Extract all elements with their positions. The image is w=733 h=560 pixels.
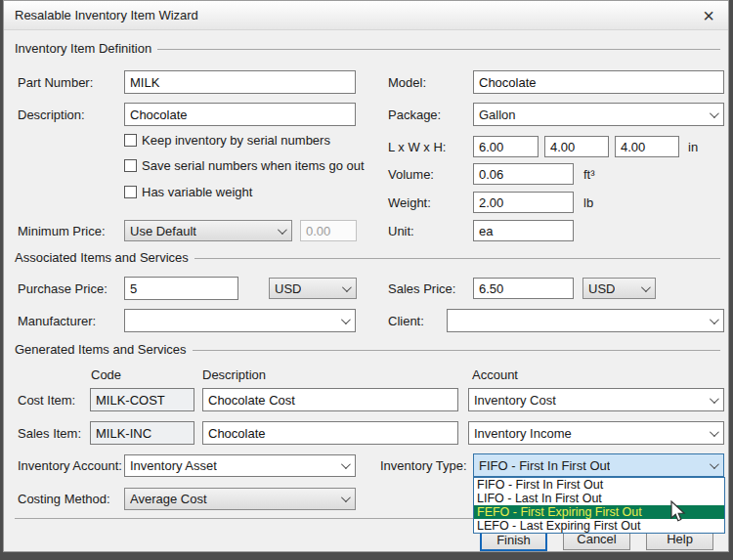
purchase-price-input[interactable] xyxy=(124,277,238,300)
sales-item-account-combobox[interactable]: Inventory Income xyxy=(468,421,724,445)
sales-currency-combobox[interactable]: USD xyxy=(582,278,656,299)
dropdown-option-fifo[interactable]: FIFO - First In First Out xyxy=(474,478,724,492)
keep-inventory-by-serial-numbers-row: Keep inventory by serial numbers xyxy=(124,133,330,148)
chevron-down-icon xyxy=(641,282,651,292)
section-title: Inventory Item Definition xyxy=(15,41,151,56)
cost-item-description-input[interactable] xyxy=(202,388,458,411)
mouse-cursor-icon xyxy=(668,500,689,524)
has-variable-weight-checkbox[interactable] xyxy=(124,186,137,198)
costing-method-combobox[interactable]: Average Cost xyxy=(124,488,356,510)
section-title: Associated Items and Services xyxy=(15,250,189,265)
resalable-inventory-item-wizard-dialog: Resalable Inventory Item Wizard × Invent… xyxy=(3,0,729,552)
account-column-header: Account xyxy=(472,367,518,382)
sales-item-code-input[interactable] xyxy=(90,421,194,445)
sales-item-label: Sales Item: xyxy=(18,421,81,445)
sales-price-label: Sales Price: xyxy=(388,277,455,300)
manufacturer-label: Manufacturer: xyxy=(18,309,96,332)
save-serial-numbers-label: Save serial numbers when items go out xyxy=(142,158,365,173)
section-divider xyxy=(157,49,720,50)
part-number-label: Part Number: xyxy=(18,70,93,94)
purchase-currency-combobox[interactable]: USD xyxy=(269,278,357,299)
has-variable-weight-row: Has variable weight xyxy=(124,185,252,199)
window-title: Resalable Inventory Item Wizard xyxy=(15,8,198,22)
minimum-price-combobox[interactable]: Use Default xyxy=(124,220,292,241)
close-icon[interactable]: × xyxy=(699,7,718,24)
part-number-input[interactable] xyxy=(124,70,356,94)
sales-item-account-value: Inventory Income xyxy=(474,426,572,441)
unit-input[interactable] xyxy=(473,220,574,241)
manufacturer-combobox[interactable] xyxy=(124,309,356,332)
cost-item-label: Cost Item: xyxy=(18,388,75,411)
purchase-currency-value: USD xyxy=(275,281,301,296)
package-value: Gallon xyxy=(479,108,516,122)
section-generated-items: Generated Items and Services xyxy=(15,341,720,357)
keep-inventory-checkbox[interactable] xyxy=(124,134,137,147)
purchase-price-label: Purchase Price: xyxy=(18,277,108,300)
package-combobox[interactable]: Gallon xyxy=(473,103,724,126)
volume-label: Volume: xyxy=(388,163,434,185)
titlebar: Resalable Inventory Item Wizard × xyxy=(4,1,728,30)
chevron-down-icon xyxy=(278,225,287,235)
chevron-down-icon xyxy=(710,459,719,469)
sales-currency-value: USD xyxy=(588,281,615,296)
section-title: Generated Items and Services xyxy=(15,342,187,357)
sales-price-input[interactable] xyxy=(473,278,574,299)
package-label: Package: xyxy=(388,103,441,126)
model-input[interactable] xyxy=(473,70,724,94)
has-variable-weight-label: Has variable weight xyxy=(142,185,252,199)
weight-label: Weight: xyxy=(388,192,431,213)
cost-item-account-combobox[interactable]: Inventory Cost xyxy=(468,388,724,411)
description-input[interactable] xyxy=(124,103,356,126)
length-input[interactable] xyxy=(473,136,539,157)
minimum-price-label: Minimum Price: xyxy=(18,220,106,241)
chevron-down-icon xyxy=(341,459,351,469)
dimensions-label: L x W x H: xyxy=(388,136,446,157)
weight-input[interactable] xyxy=(473,192,574,213)
unit-label: Unit: xyxy=(388,220,414,241)
chevron-down-icon xyxy=(341,315,351,324)
minimum-price-value: Use Default xyxy=(130,224,196,238)
height-input[interactable] xyxy=(615,136,679,157)
section-divider xyxy=(194,258,720,259)
code-column-header: Code xyxy=(91,367,121,382)
chevron-down-icon xyxy=(710,427,719,437)
dimensions-unit-label: in xyxy=(688,136,698,157)
chevron-down-icon xyxy=(710,315,719,324)
section-divider xyxy=(193,350,720,351)
chevron-down-icon xyxy=(342,282,352,292)
width-input[interactable] xyxy=(544,136,609,157)
costing-method-value: Average Cost xyxy=(130,492,207,506)
section-associated-items: Associated Items and Services xyxy=(15,249,720,265)
save-serial-numbers-checkbox[interactable] xyxy=(124,159,137,172)
cost-item-account-value: Inventory Cost xyxy=(474,393,556,408)
inventory-account-value: Inventory Asset xyxy=(130,458,217,473)
chevron-down-icon xyxy=(341,493,351,502)
client-label: Client: xyxy=(388,309,424,332)
volume-input[interactable] xyxy=(473,163,574,185)
inventory-type-combobox[interactable]: FIFO - First In First Out xyxy=(473,453,724,477)
inventory-account-combobox[interactable]: Inventory Asset xyxy=(124,454,356,477)
description-label: Description: xyxy=(18,103,85,126)
inventory-type-label: Inventory Type: xyxy=(380,453,467,477)
keep-inventory-label: Keep inventory by serial numbers xyxy=(142,133,330,148)
model-label: Model: xyxy=(388,70,426,94)
inventory-account-label: Inventory Account: xyxy=(18,454,122,477)
inventory-type-value: FIFO - First In First Out xyxy=(479,458,610,473)
section-inventory-item-definition: Inventory Item Definition xyxy=(15,40,720,56)
weight-unit-label: lb xyxy=(583,192,593,213)
chevron-down-icon xyxy=(710,394,719,404)
client-combobox[interactable] xyxy=(447,309,724,332)
costing-method-label: Costing Method: xyxy=(18,488,110,510)
description-column-header: Description xyxy=(202,367,266,382)
volume-unit-label: ft³ xyxy=(583,163,595,185)
sales-item-description-input[interactable] xyxy=(202,421,458,445)
chevron-down-icon xyxy=(710,108,719,118)
save-serial-numbers-row: Save serial numbers when items go out xyxy=(124,158,365,173)
cost-item-code-input[interactable] xyxy=(90,388,194,411)
minimum-price-amount-input xyxy=(300,220,357,241)
